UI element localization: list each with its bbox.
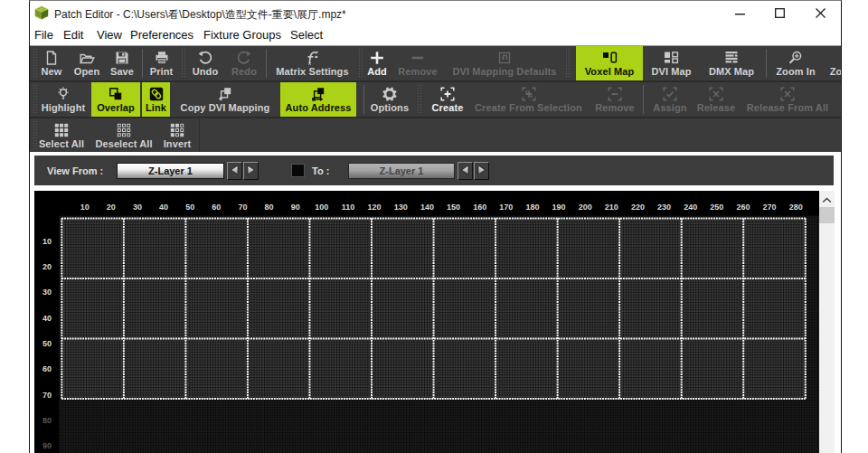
save-floppy-icon [115,50,129,65]
auto-address-icon [311,86,326,101]
select-all-icon [54,122,69,137]
toolbar-button-label: Zoom In [776,66,815,77]
toolbar-button-label: Highlight [42,102,86,113]
ruler-top-tick: 140 [420,203,434,212]
menu-select[interactable]: Select [290,28,323,42]
menu-file[interactable]: File [34,28,53,42]
toolbar-button-remove-group[interactable]: Remove [590,82,640,117]
minimize-button[interactable] [734,7,746,19]
toolbar-button-save[interactable]: Save [103,46,141,80]
toolbar-button-overlap[interactable]: Overlap [91,82,140,117]
toolbar-button-highlight[interactable]: Highlight [41,82,86,117]
toolbar-button-copy-dvi-mapping[interactable]: Copy DVI Mapping [180,82,270,117]
menu-view[interactable]: View [97,28,122,42]
create-from-selection-icon [522,86,536,101]
toolbar-button-select-all[interactable]: Select All [39,118,84,152]
toolbar-button-invert[interactable]: Invert [159,118,195,152]
toolbar-end-line [199,118,200,152]
toolbar-button-label: Print [150,66,174,77]
ruler-top-tick: 260 [736,203,750,212]
toolbar-button-label: Invert [164,138,192,149]
toolbar-grip[interactable] [33,84,38,115]
toolbar-button-dvi-map[interactable]: DVI Map [646,46,697,80]
view-to-next-button[interactable] [474,162,489,180]
ruler-top-tick: 70 [238,203,247,212]
ruler-top-tick: 250 [710,203,723,212]
link-icon [149,86,164,101]
toolbar-button-print[interactable]: Print [143,46,180,80]
toolbar-grip[interactable] [33,120,38,150]
toolbar-button-add[interactable]: Add [361,46,393,80]
toolbar-button-deselect-all[interactable]: Deselect All [96,118,152,152]
toolbar-button-dvi-mapping-defaults[interactable]: DVI Mapping Defaults [449,46,560,80]
toolbar-group-separator [363,85,364,114]
toolbar-button-remove-fixture[interactable]: Remove [394,46,441,80]
toolbar-button-label: Link [146,102,166,113]
ruler-left-tick: 50 [36,339,52,348]
menu-fixture-groups[interactable]: Fixture Groups [203,28,281,42]
ruler-top-tick: 130 [394,203,408,212]
ruler-top-tick: 50 [185,203,194,212]
toolbar-button-auto-address[interactable]: Auto Address [280,82,356,117]
title-bar[interactable]: Patch Editor - C:\Users\看\Desktop\造型文件-重… [30,1,841,25]
toolbar-button-label: Select All [39,138,84,149]
zoom-in-icon [788,50,803,65]
view-from-prev-button[interactable] [227,162,242,180]
client-area: View From : Z-Layer 1 To : Z-Layer 1 102… [30,156,841,453]
menu-edit[interactable]: Edit [63,28,83,42]
close-button[interactable] [815,7,826,19]
assign-icon [663,86,677,101]
toolbar-grip[interactable] [417,84,422,115]
remove-minus-icon [410,50,425,65]
toolbar-button-redo[interactable]: Redo [225,46,263,80]
release-icon [709,86,723,101]
release-all-icon [780,86,795,101]
toolbar-dock: NewOpenSavePrintUndoRedoMatrix SettingsA… [30,46,841,152]
toolbar-grip[interactable] [565,48,571,79]
view-to-prev-button[interactable] [458,162,473,180]
view-from-bar: View From : Z-Layer 1 To : Z-Layer 1 [34,156,834,185]
dvi-map-icon [664,50,679,65]
view-from-select[interactable]: Z-Layer 1 [117,163,224,179]
scroll-up-button[interactable] [819,191,835,206]
ruler-top-tick: 270 [763,203,777,212]
ruler-top-tick: 280 [789,203,803,212]
add-plus-icon [370,50,384,65]
toolbar-button-link[interactable]: Link [142,82,170,117]
patch-editor-window: Patch Editor - C:\Users\看\Desktop\造型文件-重… [29,0,842,453]
ruler-top-tick: 60 [212,203,221,212]
toolbar-button-zoom-in[interactable]: Zoom In [770,46,821,80]
toolbar-button-create[interactable]: Create [426,82,469,117]
toolbar-button-assign[interactable]: Assign [650,82,690,117]
arrow-left-icon [230,163,240,179]
ruler-top-tick: 20 [107,203,116,212]
ruler-top-tick: 190 [552,203,566,212]
toolbar-button-undo[interactable]: Undo [186,46,224,80]
toolbar-button-label: DMX Map [709,66,754,77]
arrow-left-icon [460,163,470,179]
ruler-top-tick: 200 [579,203,592,212]
scrollbar-thumb[interactable] [819,207,835,223]
toolbar-button-zoom-out[interactable]: Zoom Out [820,46,841,80]
toolbar-button-label: Create [432,102,464,113]
voxel-map-icon [602,50,618,65]
toolbar-button-label: DVI Map [651,66,691,77]
toolbar-button-create-from-selection[interactable]: Create From Selection [475,82,582,117]
toolbar-button-label: Copy DVI Mapping [181,102,270,113]
vertical-scrollbar[interactable] [819,191,835,453]
view-to-checkbox[interactable] [291,164,305,177]
madrix-logo-icon [34,5,49,20]
toolbar-button-release[interactable]: Release [693,82,739,117]
toolbar-button-matrix-settings[interactable]: Matrix Settings [270,46,354,80]
toolbar-button-new[interactable]: New [33,46,70,80]
toolbar-button-dmx-map[interactable]: DMX Map [704,46,759,80]
ruler-left-tick: 90 [36,441,52,450]
menu-preferences[interactable]: Preferences [130,28,193,42]
toolbar-button-voxel-map[interactable]: Voxel Map [576,46,643,80]
view-from-next-button[interactable] [243,162,259,180]
maximize-button[interactable] [774,7,786,19]
toolbar-button-options[interactable]: Options [368,82,411,117]
patch-canvas[interactable]: 1020304050607080901001101201301401501601… [34,191,835,453]
toolbar-button-release-from-all[interactable]: Release From All [746,82,829,117]
toolbar-button-open[interactable]: Open [68,46,106,80]
